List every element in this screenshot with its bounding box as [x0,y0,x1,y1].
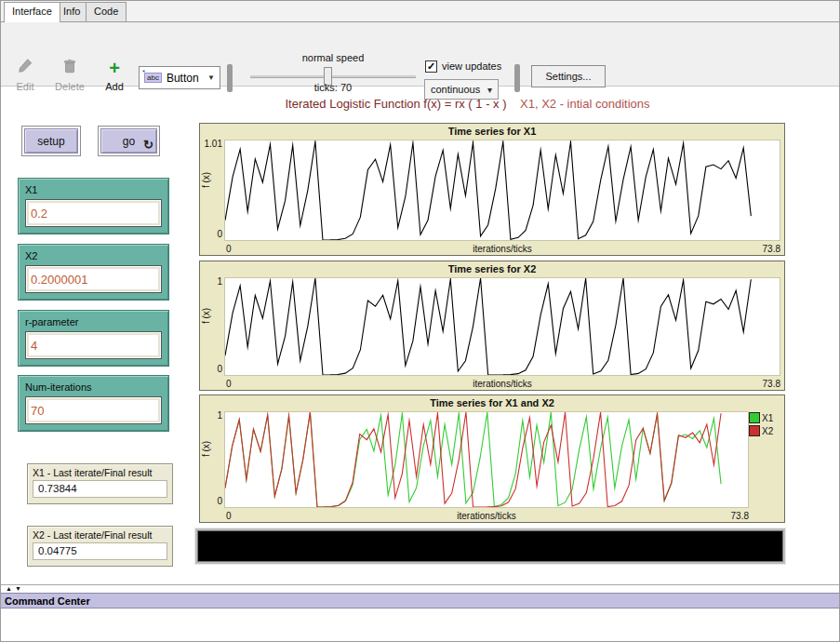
plot2-ymin-tick: 0 [200,364,222,374]
monitor-x2-label: X2 - Last iterate/Final result [33,529,167,541]
plot2-canvas [225,278,780,375]
speed-slider-label: normal speed [250,52,416,63]
command-center-collapse-arrows[interactable]: ▲▼ [6,585,24,592]
world-view [195,528,785,564]
input-num-iterations-label: Num-iterations [25,381,162,393]
tab-strip: Interface Info Code [1,1,839,21]
monitor-x1-result: X1 - Last iterate/Final result 0.73844 [27,463,173,504]
widget-type-value: Button [167,72,199,85]
legend-swatch-x1 [749,412,760,423]
tab-interface[interactable]: Interface [4,2,60,22]
plot2-ymax-tick: 1 [200,276,222,287]
legend-label-x2: X2 [762,426,773,436]
tab-code-label: Code [94,6,118,17]
command-center-title: Command Center [5,595,90,607]
add-label: Add [105,81,124,92]
plot1-title: Time series for X1 [200,126,784,137]
view-updates-checkbox[interactable]: ✓ [425,60,437,73]
input-num-iterations-field[interactable] [25,396,162,424]
plot3-xlabel: iterations/ticks [224,511,749,521]
input-widget-x2: X2 [18,244,169,301]
plot2-xlabel: iterations/ticks [224,379,780,389]
input-x2-label: X2 [25,250,162,261]
model-title-main: Iterated Logistic Function f(x) = rx ( 1… [285,97,506,111]
command-center-output[interactable] [1,609,839,641]
toolbar-separator-2 [514,64,520,92]
plot1-canvas [225,140,780,240]
tab-interface-label: Interface [12,6,52,17]
plot2-xmax-tick: 73.8 [763,379,780,389]
settings-label: Settings... [546,71,592,82]
go-button[interactable]: go ↻ [100,128,157,154]
plot1-xlabel: iterations/ticks [224,244,780,254]
command-center-splitter[interactable] [1,584,839,585]
plot2-title: Time series for X2 [200,263,784,274]
edit-button[interactable]: Edit [7,58,44,92]
plot3-ymax-tick: 1 [200,410,222,421]
plot1-ymin-tick: 0 [200,229,222,239]
legend-entry-x1: X1 [749,412,782,423]
legend-swatch-x2 [749,425,760,436]
plot3-xmax-tick: 73.8 [731,511,749,521]
plot2-canvas-area [224,277,780,376]
delete-label: Delete [55,81,85,92]
pencil-icon [7,58,44,78]
forever-icon: ↻ [143,138,153,152]
input-widget-num-iterations: Num-iterations [18,375,169,432]
speed-slider-track[interactable] [250,75,416,78]
setup-button-frame: setup [21,126,81,156]
plot-time-series-x1: Time series for X1 1.01 f (x) 0 0 iterat… [199,123,785,256]
abc-icon: *abc [144,73,162,83]
plot3-legend: X1 X2 [749,412,782,438]
setup-button[interactable]: setup [24,128,78,154]
plot2-ylabel: f (x) [201,298,211,335]
plot3-ymin-tick: 0 [200,496,222,506]
update-mode-value: continuous [431,84,480,95]
input-x2-field[interactable] [25,265,162,293]
input-widget-r-parameter: r-parameter [18,310,169,367]
check-icon: ✓ [427,60,435,72]
chevron-down-icon: ▾ [487,85,492,95]
plot3-ylabel: f (x) [201,431,211,468]
legend-label-x1: X1 [762,413,773,423]
input-widget-x1: X1 [18,178,169,234]
monitor-x2-value: 0.04775 [33,542,167,560]
add-widget-button[interactable]: + Add [96,58,133,92]
input-x1-label: X1 [25,184,162,195]
edit-label: Edit [17,81,34,92]
plot-time-series-x2: Time series for X2 1 f (x) 0 0 iteration… [199,261,785,391]
plot1-xmax-tick: 73.8 [763,244,780,254]
ticks-counter: ticks: 70 [250,82,416,93]
dropdown-arrow-icon: ▼ [207,74,215,82]
trash-icon [51,58,88,78]
monitor-x1-label: X1 - Last iterate/Final result [33,467,167,478]
input-x1-field[interactable] [25,199,162,227]
plot3-canvas [225,412,748,507]
go-label: go [123,135,135,148]
plot1-ylabel: f (x) [201,161,211,198]
input-r-parameter-label: r-parameter [25,316,162,328]
monitor-x1-value: 0.73844 [33,480,167,498]
plot1-ymax-tick: 1.01 [200,139,222,149]
model-title-suffix: X1, X2 - intial conditions [520,97,649,111]
legend-entry-x2: X2 [749,425,782,436]
setup-label: setup [37,135,64,148]
netlogo-window: Interface Info Code Edit Delete + Add *a… [0,0,840,642]
tab-info-label: Info [63,6,80,17]
plot1-canvas-area [224,140,780,241]
tab-code[interactable]: Code [86,2,127,21]
input-r-parameter-field[interactable] [25,331,162,359]
settings-button[interactable]: Settings... [531,65,606,87]
go-button-frame: go ↻ [98,126,160,156]
plot-time-series-x1-x2: Time series for X1 and X2 1 f (x) 0 X1 X… [199,395,785,523]
toolbar-separator [227,64,233,92]
widget-type-dropdown[interactable]: *abc Button ▼ [139,66,220,89]
view-updates-label: view updates [442,60,501,72]
plot3-canvas-area [224,411,749,508]
command-center-header[interactable]: Command Center [1,593,839,609]
model-title: Iterated Logistic Function f(x) = rx ( 1… [94,97,840,111]
plot3-title: Time series for X1 and X2 [200,397,784,408]
delete-button[interactable]: Delete [51,58,88,92]
monitor-x2-result: X2 - Last iterate/Final result 0.04775 [27,526,173,567]
toolbar: Edit Delete + Add *abc Button ▼ normal s… [1,21,839,87]
